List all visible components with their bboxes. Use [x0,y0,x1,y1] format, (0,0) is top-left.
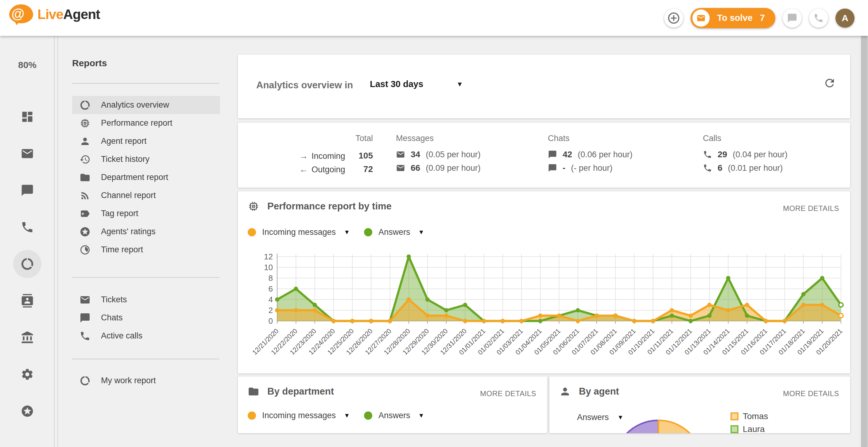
phone-icon [813,13,824,23]
folder-icon [80,172,91,183]
sidebar-item-my-work-report[interactable]: My work report [72,372,220,390]
user-avatar[interactable]: A [835,9,855,28]
svg-text:8: 8 [269,273,273,283]
rate: (0.05 per hour) [426,150,480,160]
person-icon [80,136,91,147]
liveagent-logo[interactable]: @ LiveAgent [9,4,100,25]
add-button[interactable] [664,9,683,28]
messages-incoming: 34 (0.05 per hour) [396,149,480,160]
sidebar-item-analytics-overview[interactable]: Analytics overview [72,96,220,114]
stats-card: Total Messages Chats Calls → Incoming 10… [238,123,850,187]
sidebar-item-label: My work report [101,376,156,385]
to-solve-envelope-badge [692,9,710,27]
more-details-link[interactable]: MORE DETAILS [783,204,839,213]
sidebar-item-agents-ratings[interactable]: Agents' ratings [72,222,220,241]
chats-quick-button[interactable] [783,9,802,28]
refresh-icon [823,77,836,90]
rate: (0.01 per hour) [728,163,783,173]
rail-divider [54,36,55,447]
sidebar-item-label: Performance report [101,118,173,128]
donut-icon [80,100,91,111]
brand-live: Live [37,7,63,22]
contacts-icon [21,294,34,308]
chevron-down-icon[interactable]: ▼ [344,412,350,419]
rail-item-contacts[interactable] [9,282,46,319]
date-range-value: Last 30 days [370,79,423,89]
sidebar-item-label: Agent report [101,136,147,146]
rail-item-settings[interactable] [9,356,46,393]
performance-time-chart[interactable]: 02468101212/21/202012/22/202012/23/20201… [238,243,850,373]
calls-quick-button[interactable] [809,9,828,28]
tag-icon [80,208,91,219]
messages-outgoing: 66 (0.09 per hour) [396,163,480,173]
icon-rail: 80% [0,36,55,447]
rail-item-reports-active[interactable] [9,246,46,282]
sidebar-item-performance-report[interactable]: Performance report [72,114,220,132]
rss-icon [80,190,91,201]
to-solve-label: To solve [717,13,753,23]
rail-item-ratings[interactable] [9,393,46,429]
mail-icon [80,294,91,305]
time-pie-icon [80,244,91,255]
sidebar-item-tickets[interactable]: Tickets [72,290,220,309]
sidebar-item-tag-report[interactable]: Tag report [72,205,220,222]
chats-incoming: 42 (0.06 per hour) [548,149,632,160]
more-details-link[interactable]: MORE DETAILS [480,389,536,398]
scrollbar-thumb[interactable] [861,36,868,447]
rail-item-calls[interactable] [9,209,46,246]
date-range-select[interactable]: Last 30 days ▼ [370,79,463,89]
legend-item-laura[interactable]: Laura [731,424,768,433]
person-icon [559,386,571,397]
chevron-down-icon[interactable]: ▼ [344,229,350,236]
bank-icon [21,331,34,344]
to-solve-button[interactable]: To solve 7 [691,8,775,28]
legend-swatch [731,425,739,433]
svg-text:2: 2 [269,306,273,315]
chip-icon [248,201,259,212]
chevron-down-icon: ▼ [456,80,463,88]
sidebar-item-department-report[interactable]: Department report [72,168,220,186]
rate: (0.06 per hour) [578,150,632,160]
rail-item-dashboard[interactable] [9,98,46,135]
stat-row-incoming: → Incoming [299,151,345,161]
chats-outgoing: - (- per hour) [548,163,612,173]
svg-text:4: 4 [269,295,273,304]
rail-item-chats[interactable] [9,172,46,209]
more-details-link[interactable]: MORE DETAILS [783,389,839,398]
performance-report-card: Performance report by time MORE DETAILS … [238,191,850,373]
sidebar-item-label: Tag report [101,209,138,218]
top-bar: @ LiveAgent To solve 7 A [0,0,868,36]
svg-text:6: 6 [269,284,273,294]
sidebar-item-agent-report[interactable]: Agent report [72,132,220,150]
history-icon [80,154,91,165]
chevron-down-icon[interactable]: ▼ [418,229,424,236]
legend-item-tomas[interactable]: Tomas [731,411,768,421]
chevron-down-icon[interactable]: ▼ [418,412,424,419]
legend-label: Answers [378,411,410,420]
phone-icon [703,150,712,159]
refresh-button[interactable] [823,77,836,90]
value: 6 [718,163,722,173]
total-outgoing: 72 [339,164,373,174]
legend-dot-incoming [248,411,256,420]
sidebar-item-channel-report[interactable]: Channel report [72,186,220,205]
liveagent-logo-icon: @ [9,4,33,25]
sidebar-item-time-report[interactable]: Time report [72,241,220,259]
sidebar-item-chats[interactable]: Chats [72,309,220,327]
sidebar-item-active-calls[interactable]: Active calls [72,327,220,345]
sidebar-item-ticket-history[interactable]: Ticket history [72,150,220,168]
chat-icon [787,13,797,23]
gear-icon [21,368,34,381]
rail-item-company[interactable] [9,319,46,356]
legend-swatch [731,412,739,420]
arrow-right-icon: → [299,151,312,161]
sidebar-item-label: Ticket history [101,154,150,164]
chat-icon [548,150,557,159]
total-incoming: 105 [339,151,373,161]
legend-dot-answers [364,228,372,236]
rail-item-tickets[interactable] [9,135,46,172]
page-scrollbar[interactable] [860,0,868,447]
agents-pie-chart[interactable] [606,417,711,433]
sidebar-item-label: Chats [101,313,123,322]
legend-dot-answers [364,411,372,420]
